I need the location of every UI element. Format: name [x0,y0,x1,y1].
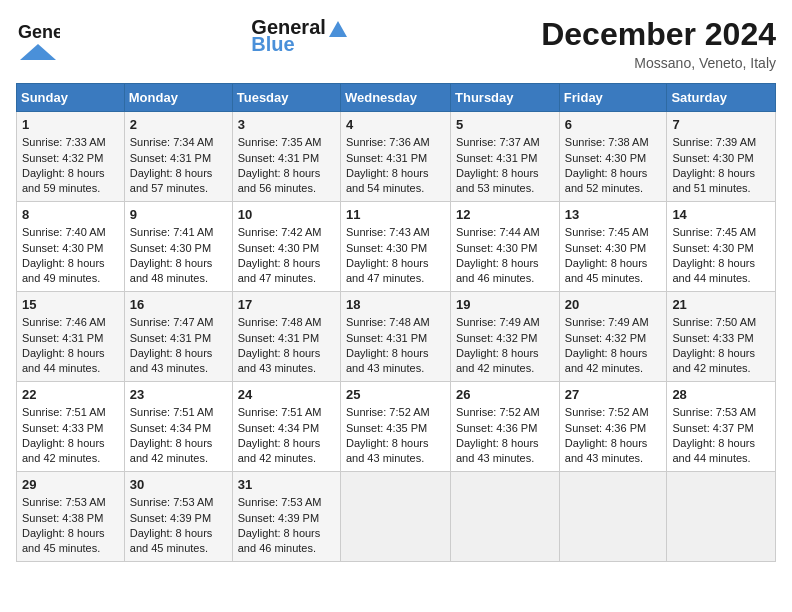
calendar-table: SundayMondayTuesdayWednesdayThursdayFrid… [16,83,776,562]
daylight-label: Daylight: 8 hours and 43 minutes. [346,437,429,464]
sunset-label: Sunset: 4:38 PM [22,512,103,524]
sunrise-label: Sunrise: 7:52 AM [456,406,540,418]
calendar-cell: 21 Sunrise: 7:50 AM Sunset: 4:33 PM Dayl… [667,292,776,382]
calendar-cell [667,472,776,562]
calendar-week-row: 15 Sunrise: 7:46 AM Sunset: 4:31 PM Dayl… [17,292,776,382]
sunset-label: Sunset: 4:34 PM [130,422,211,434]
day-number: 21 [672,296,770,314]
daylight-label: Daylight: 8 hours and 48 minutes. [130,257,213,284]
title-block: December 2024 Mossano, Veneto, Italy [541,16,776,71]
calendar-cell: 14 Sunrise: 7:45 AM Sunset: 4:30 PM Dayl… [667,202,776,292]
calendar-header: SundayMondayTuesdayWednesdayThursdayFrid… [17,84,776,112]
sunrise-label: Sunrise: 7:52 AM [565,406,649,418]
calendar-cell [340,472,450,562]
calendar-cell: 8 Sunrise: 7:40 AM Sunset: 4:30 PM Dayli… [17,202,125,292]
sunrise-label: Sunrise: 7:35 AM [238,136,322,148]
calendar-cell: 28 Sunrise: 7:53 AM Sunset: 4:37 PM Dayl… [667,382,776,472]
day-number: 29 [22,476,119,494]
sunrise-label: Sunrise: 7:51 AM [130,406,214,418]
logo: General Blue [16,16,60,60]
daylight-label: Daylight: 8 hours and 47 minutes. [346,257,429,284]
calendar-cell: 9 Sunrise: 7:41 AM Sunset: 4:30 PM Dayli… [124,202,232,292]
calendar-header-cell: Wednesday [340,84,450,112]
sunset-label: Sunset: 4:31 PM [238,332,319,344]
svg-marker-1 [20,44,56,60]
calendar-cell: 24 Sunrise: 7:51 AM Sunset: 4:34 PM Dayl… [232,382,340,472]
calendar-week-row: 22 Sunrise: 7:51 AM Sunset: 4:33 PM Dayl… [17,382,776,472]
calendar-cell: 27 Sunrise: 7:52 AM Sunset: 4:36 PM Dayl… [559,382,667,472]
calendar-cell: 15 Sunrise: 7:46 AM Sunset: 4:31 PM Dayl… [17,292,125,382]
sunset-label: Sunset: 4:30 PM [672,242,753,254]
calendar-cell: 30 Sunrise: 7:53 AM Sunset: 4:39 PM Dayl… [124,472,232,562]
calendar-cell: 12 Sunrise: 7:44 AM Sunset: 4:30 PM Dayl… [451,202,560,292]
logo-text-block: General Blue [251,16,349,56]
daylight-label: Daylight: 8 hours and 44 minutes. [672,437,755,464]
daylight-label: Daylight: 8 hours and 42 minutes. [22,437,105,464]
daylight-label: Daylight: 8 hours and 53 minutes. [456,167,539,194]
sunrise-label: Sunrise: 7:48 AM [346,316,430,328]
daylight-label: Daylight: 8 hours and 46 minutes. [456,257,539,284]
sunrise-label: Sunrise: 7:51 AM [22,406,106,418]
calendar-cell [451,472,560,562]
calendar-cell: 22 Sunrise: 7:51 AM Sunset: 4:33 PM Dayl… [17,382,125,472]
calendar-cell: 5 Sunrise: 7:37 AM Sunset: 4:31 PM Dayli… [451,112,560,202]
calendar-body: 1 Sunrise: 7:33 AM Sunset: 4:32 PM Dayli… [17,112,776,562]
day-number: 9 [130,206,227,224]
day-number: 5 [456,116,554,134]
sunset-label: Sunset: 4:31 PM [456,152,537,164]
calendar-header-cell: Monday [124,84,232,112]
day-number: 31 [238,476,335,494]
daylight-label: Daylight: 8 hours and 42 minutes. [130,437,213,464]
sunset-label: Sunset: 4:31 PM [346,332,427,344]
day-number: 13 [565,206,662,224]
calendar-cell: 16 Sunrise: 7:47 AM Sunset: 4:31 PM Dayl… [124,292,232,382]
day-number: 1 [22,116,119,134]
sunset-label: Sunset: 4:30 PM [238,242,319,254]
calendar-cell: 25 Sunrise: 7:52 AM Sunset: 4:35 PM Dayl… [340,382,450,472]
day-number: 26 [456,386,554,404]
calendar-cell: 11 Sunrise: 7:43 AM Sunset: 4:30 PM Dayl… [340,202,450,292]
day-number: 28 [672,386,770,404]
sunrise-label: Sunrise: 7:47 AM [130,316,214,328]
calendar-cell: 1 Sunrise: 7:33 AM Sunset: 4:32 PM Dayli… [17,112,125,202]
calendar-cell: 31 Sunrise: 7:53 AM Sunset: 4:39 PM Dayl… [232,472,340,562]
sunset-label: Sunset: 4:31 PM [130,332,211,344]
sunrise-label: Sunrise: 7:53 AM [22,496,106,508]
day-number: 19 [456,296,554,314]
sunset-label: Sunset: 4:30 PM [130,242,211,254]
sunrise-label: Sunrise: 7:42 AM [238,226,322,238]
daylight-label: Daylight: 8 hours and 46 minutes. [238,527,321,554]
daylight-label: Daylight: 8 hours and 45 minutes. [130,527,213,554]
calendar-cell: 6 Sunrise: 7:38 AM Sunset: 4:30 PM Dayli… [559,112,667,202]
calendar-cell: 23 Sunrise: 7:51 AM Sunset: 4:34 PM Dayl… [124,382,232,472]
sunset-label: Sunset: 4:39 PM [130,512,211,524]
day-number: 4 [346,116,445,134]
logo-triangle-icon [327,17,349,39]
daylight-label: Daylight: 8 hours and 52 minutes. [565,167,648,194]
sunset-label: Sunset: 4:30 PM [565,152,646,164]
daylight-label: Daylight: 8 hours and 57 minutes. [130,167,213,194]
calendar-week-row: 29 Sunrise: 7:53 AM Sunset: 4:38 PM Dayl… [17,472,776,562]
sunset-label: Sunset: 4:30 PM [672,152,753,164]
daylight-label: Daylight: 8 hours and 54 minutes. [346,167,429,194]
calendar-cell: 7 Sunrise: 7:39 AM Sunset: 4:30 PM Dayli… [667,112,776,202]
sunrise-label: Sunrise: 7:33 AM [22,136,106,148]
daylight-label: Daylight: 8 hours and 43 minutes. [456,437,539,464]
svg-text:General: General [18,22,60,42]
sunrise-label: Sunrise: 7:45 AM [565,226,649,238]
day-number: 24 [238,386,335,404]
sunset-label: Sunset: 4:37 PM [672,422,753,434]
sunset-label: Sunset: 4:30 PM [456,242,537,254]
day-number: 8 [22,206,119,224]
sunrise-label: Sunrise: 7:41 AM [130,226,214,238]
sunset-label: Sunset: 4:31 PM [238,152,319,164]
day-number: 30 [130,476,227,494]
sunset-label: Sunset: 4:34 PM [238,422,319,434]
sunrise-label: Sunrise: 7:40 AM [22,226,106,238]
svg-marker-3 [329,21,347,37]
daylight-label: Daylight: 8 hours and 44 minutes. [672,257,755,284]
sunset-label: Sunset: 4:32 PM [565,332,646,344]
daylight-label: Daylight: 8 hours and 42 minutes. [565,347,648,374]
calendar-cell: 26 Sunrise: 7:52 AM Sunset: 4:36 PM Dayl… [451,382,560,472]
daylight-label: Daylight: 8 hours and 45 minutes. [22,527,105,554]
